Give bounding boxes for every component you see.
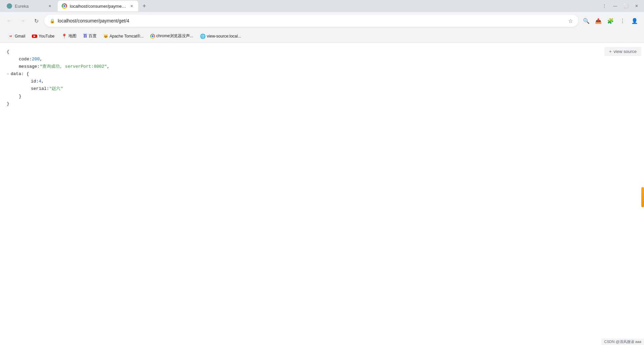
bookmark-icon[interactable]: ☆ <box>568 18 573 24</box>
back-button[interactable]: ← <box>4 15 15 26</box>
json-line-6: serial : "赵六" <box>7 85 637 93</box>
json-line-5: id : 4 , <box>7 78 637 85</box>
value-message: "查询成功, serverPort:8002" <box>40 63 107 70</box>
tab-payment[interactable]: localhost/consumer/payment... ✕ <box>58 1 138 11</box>
url-bar[interactable]: 🔒 localhost/consumer/payment/get/4 ☆ <box>44 15 578 27</box>
bookmark-tomcat[interactable]: 🐱 Apache Tomcat®... <box>101 33 146 40</box>
bookmark-gmail[interactable]: M Gmail <box>5 32 28 40</box>
forward-button[interactable]: → <box>17 15 28 26</box>
json-line-4: - data : { <box>7 70 637 78</box>
view-source-label: view source <box>613 49 637 54</box>
bookmark-chrome-audio[interactable]: chrome浏览器没声... <box>148 32 196 40</box>
bookmark-youtube-label: YouTube <box>39 34 54 39</box>
content-area: { code : 200 , message : "查询成功, serverPo… <box>0 43 644 345</box>
json-line-7: } <box>7 93 637 100</box>
key-message: message <box>19 63 37 70</box>
extensions-icon[interactable]: 🧩 <box>605 15 616 26</box>
status-bar: CSDN @清风微读 aaa <box>601 339 644 345</box>
gmail-favicon: M <box>8 34 13 39</box>
bookmark-baidu-label: 百度 <box>89 33 97 39</box>
key-code: code <box>19 56 29 63</box>
youtube-favicon: ▶ <box>32 35 37 38</box>
brace-close-root: } <box>7 100 9 108</box>
tab-list-button[interactable]: ⋮ <box>600 1 609 11</box>
eureka-favicon <box>7 3 12 9</box>
key-id: id <box>31 78 36 85</box>
value-serial: "赵六" <box>49 85 63 93</box>
bookmark-view-source[interactable]: 🌐 view-source:local... <box>197 32 244 40</box>
separator-data: : { <box>21 70 29 78</box>
scrollbar-thumb[interactable] <box>641 187 644 207</box>
json-line-2: code : 200 , <box>7 56 637 63</box>
tab-payment-title: localhost/consumer/payment... <box>70 4 126 9</box>
scrollbar-track <box>641 43 644 345</box>
tab-eureka[interactable]: Eureka ✕ <box>3 1 56 11</box>
lock-icon: 🔒 <box>50 18 55 23</box>
separator-id: : <box>36 78 39 85</box>
bookmark-maps[interactable]: 📍 地图 <box>59 32 79 40</box>
trailing-id: , <box>41 78 44 85</box>
bookmark-tomcat-label: Apache Tomcat®... <box>110 34 144 39</box>
separator-message: : <box>37 63 40 70</box>
separator-code: : <box>29 56 32 63</box>
tomcat-favicon: 🐱 <box>103 34 108 39</box>
address-bar: ← → ↻ 🔒 localhost/consumer/payment/get/4… <box>0 12 644 30</box>
window-controls: ⋮ — ⬜ ✕ <box>600 1 641 11</box>
value-id: 4 <box>39 78 41 85</box>
brace-open: { <box>7 48 9 56</box>
bookmark-chrome-audio-label: chrome浏览器没声... <box>156 33 193 39</box>
trailing-code: , <box>40 56 42 63</box>
minimize-button[interactable]: — <box>610 1 620 11</box>
bookmark-gmail-label: Gmail <box>15 34 25 39</box>
bookmarks-bar: M Gmail ▶ YouTube 📍 地图 百 百度 🐱 Apache Tom… <box>0 30 644 43</box>
json-line-8: } <box>7 100 637 108</box>
json-line-3: message : "查询成功, serverPort:8002" , <box>7 63 637 70</box>
baidu-favicon: 百 <box>83 33 87 39</box>
trailing-message: , <box>107 63 110 70</box>
maximize-button[interactable]: ⬜ <box>621 1 631 11</box>
bookmark-view-source-label: view-source:local... <box>207 34 241 39</box>
value-code: 200 <box>32 56 40 63</box>
bookmark-youtube[interactable]: ▶ YouTube <box>29 33 57 40</box>
bookmark-maps-label: 地图 <box>68 33 76 39</box>
view-source-button[interactable]: + view source <box>604 47 641 56</box>
json-line-1: { <box>7 48 637 56</box>
tab-payment-close[interactable]: ✕ <box>129 3 134 9</box>
close-button[interactable]: ✕ <box>632 1 641 11</box>
json-viewer: { code : 200 , message : "查询成功, serverPo… <box>0 43 644 113</box>
key-data: data <box>11 70 21 78</box>
address-icons: 🔍 📤 🧩 ⋮ 👤 <box>581 15 640 26</box>
url-text: localhost/consumer/payment/get/4 <box>58 18 566 23</box>
tab-eureka-title: Eureka <box>15 4 44 9</box>
chrome-favicon <box>62 3 67 9</box>
collapse-data-button[interactable]: - <box>7 70 9 78</box>
chrome-audio-favicon <box>150 34 155 39</box>
cast-icon[interactable]: 📤 <box>593 15 604 26</box>
new-tab-button[interactable]: + <box>140 1 149 11</box>
view-source-plus-icon: + <box>609 49 612 54</box>
globe-favicon: 🌐 <box>200 34 206 39</box>
tab-eureka-close[interactable]: ✕ <box>47 3 52 9</box>
brace-close-data: } <box>19 93 21 100</box>
maps-favicon: 📍 <box>61 34 67 39</box>
refresh-button[interactable]: ↻ <box>31 15 42 26</box>
profile-icon[interactable]: 👤 <box>629 15 640 26</box>
key-serial: serial <box>31 85 47 93</box>
menu-button[interactable]: ⋮ <box>617 15 628 26</box>
separator-serial: : <box>47 85 49 93</box>
search-icon[interactable]: 🔍 <box>581 15 592 26</box>
bookmark-baidu[interactable]: 百 百度 <box>80 32 99 40</box>
title-bar: Eureka ✕ localhost/consumer/payment... ✕… <box>0 0 644 12</box>
status-text: CSDN @清风微读 aaa <box>604 340 641 344</box>
